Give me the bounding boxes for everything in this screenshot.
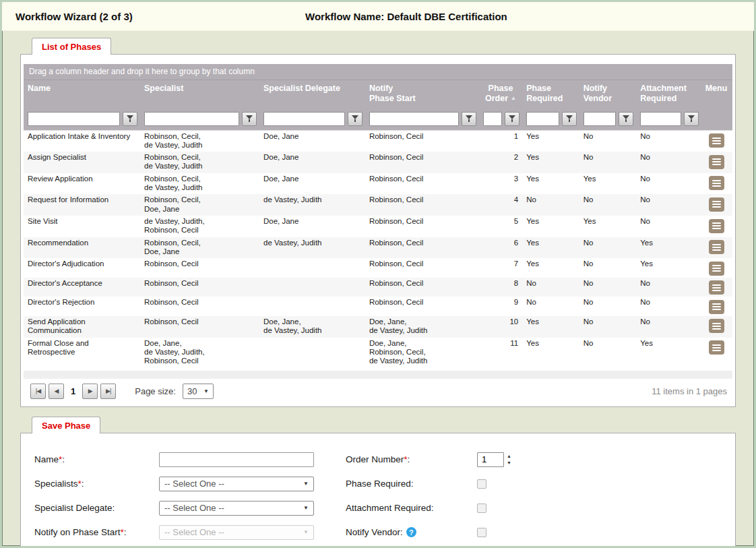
cell-specialist: Robinson, Cecil <box>140 316 259 338</box>
pager-last-button[interactable]: ▶| <box>100 384 116 399</box>
row-menu-button[interactable] <box>709 240 724 254</box>
cell-phase-required: Yes <box>522 130 579 152</box>
cell-attachment-required: No <box>636 216 701 237</box>
name-input[interactable] <box>159 452 314 467</box>
cell-specialist: Robinson, Cecil, Doe, Jane <box>140 194 259 216</box>
filter-input-specialist-delegate[interactable] <box>263 112 345 126</box>
cell-phase-order: 6 <box>479 237 522 259</box>
cell-phase-required: No <box>522 278 579 297</box>
cell-notify-vendor: Yes <box>579 216 636 237</box>
current-page-number[interactable]: 1 <box>71 386 75 396</box>
sort-ascending-icon: ▲ <box>511 95 516 101</box>
horizontal-scrollbar[interactable] <box>24 371 732 379</box>
order-number-input[interactable] <box>477 452 504 467</box>
list-of-phases-panel: Drag a column header and drop it here to… <box>20 54 736 407</box>
column-header-specialist[interactable]: Specialist <box>140 80 259 108</box>
cell-notify-phase-start: Robinson, Cecil <box>365 278 479 297</box>
table-row: Director's AdjudicationRobinson, CecilRo… <box>24 258 732 278</box>
row-menu-button[interactable] <box>709 197 724 212</box>
row-menu-button[interactable] <box>709 219 724 233</box>
cell-specialist: Robinson, Cecil <box>140 258 259 278</box>
column-header-name[interactable]: Name <box>24 80 140 108</box>
column-header-phase-required[interactable]: Phase Required <box>522 80 579 108</box>
column-header-phase-order[interactable]: Phase Order▲ <box>479 80 522 108</box>
notify-vendor-checkbox[interactable] <box>477 528 486 537</box>
tab-save-phase[interactable]: Save Phase <box>32 417 100 433</box>
column-header-attachment-required[interactable]: Attachment Required <box>636 80 701 108</box>
cell-attachment-required: Yes <box>636 338 701 368</box>
specialist-delegate-select[interactable]: -- Select One -- ▼ <box>159 501 314 516</box>
cell-notify-vendor: No <box>579 338 636 368</box>
pager-next-button[interactable]: ▶ <box>82 384 98 399</box>
filter-input-attachment-required[interactable] <box>640 112 681 126</box>
table-header-row: Name Specialist Specialist Delegate Noti… <box>24 80 732 108</box>
filter-icon <box>127 115 133 122</box>
cell-specialist-delegate: Doe, Jane <box>259 173 365 195</box>
filter-input-notify-phase-start[interactable] <box>369 112 459 126</box>
table-row: Director's RejectionRobinson, CecilRobin… <box>24 297 732 316</box>
cell-specialist: de Vastey, Judith, Robinson, Cecil <box>140 216 259 237</box>
cell-specialist-delegate: Doe, Jane <box>259 152 365 173</box>
cell-name: Application Intake & Inventory <box>24 130 140 152</box>
cell-attachment-required: No <box>636 152 701 173</box>
form-right-column: Order Number*: ▲ ▼ Phase Required: <box>346 452 656 548</box>
filter-input-name[interactable] <box>28 112 120 126</box>
table-row: Review ApplicationRobinson, Cecil, de Va… <box>24 173 732 195</box>
filter-input-phase-required[interactable] <box>526 112 559 126</box>
workflow-name-title: Workflow Name: Default DBE Certification <box>305 11 507 22</box>
filter-input-notify-vendor[interactable] <box>584 112 616 126</box>
filter-button-specialist[interactable] <box>242 112 257 126</box>
group-by-drop-zone[interactable]: Drag a column header and drop it here to… <box>24 64 732 80</box>
cell-phase-order: 10 <box>479 316 522 338</box>
page-content: List of Phases Drag a column header and … <box>2 31 754 548</box>
filter-button-notify-vendor[interactable] <box>619 112 633 126</box>
tab-list-of-phases[interactable]: List of Phases <box>32 38 111 55</box>
filter-input-specialist[interactable] <box>144 112 239 126</box>
row-menu-button[interactable] <box>709 176 724 190</box>
cell-name: Director's Acceptance <box>24 278 140 297</box>
row-menu-button[interactable] <box>709 133 724 148</box>
cell-name: Recommendation <box>24 237 140 259</box>
cell-menu <box>701 258 732 278</box>
pager-first-button[interactable]: |◀ <box>30 384 46 399</box>
row-menu-button[interactable] <box>709 262 724 276</box>
pager-prev-button[interactable]: ◀ <box>49 384 64 399</box>
cell-menu <box>701 237 732 259</box>
phase-required-checkbox[interactable] <box>477 479 486 489</box>
filter-input-phase-order[interactable] <box>483 112 502 126</box>
cell-menu <box>701 216 732 237</box>
column-header-notify-phase-start[interactable]: Notify Phase Start <box>365 80 479 108</box>
filter-button-name[interactable] <box>123 112 137 126</box>
cell-specialist: Robinson, Cecil, de Vastey, Judith <box>140 152 259 173</box>
page-size-select[interactable]: 30 ▼ <box>183 384 214 399</box>
spinner-up-icon[interactable]: ▲ <box>507 454 511 458</box>
filter-row <box>24 108 732 131</box>
filter-button-notify-phase-start[interactable] <box>462 112 476 126</box>
cell-phase-order: 9 <box>479 297 522 316</box>
row-menu-button[interactable] <box>709 300 724 314</box>
attachment-required-checkbox[interactable] <box>477 504 486 513</box>
specialists-select[interactable]: -- Select One -- ▼ <box>159 477 314 491</box>
row-menu-button[interactable] <box>709 155 724 169</box>
column-header-notify-vendor[interactable]: Notify Vendor <box>579 80 636 108</box>
row-menu-button[interactable] <box>709 280 724 295</box>
filter-button-phase-order[interactable] <box>505 112 519 126</box>
cell-notify-phase-start: Robinson, Cecil <box>365 297 479 316</box>
cell-attachment-required: No <box>636 173 701 195</box>
filter-button-attachment-required[interactable] <box>684 112 699 126</box>
help-icon[interactable]: ? <box>406 527 416 537</box>
row-menu-button[interactable] <box>709 319 724 333</box>
cell-specialist-delegate <box>259 338 365 368</box>
cell-notify-phase-start: Robinson, Cecil <box>365 152 479 173</box>
spinner-down-icon[interactable]: ▼ <box>507 461 511 464</box>
cell-notify-phase-start: Robinson, Cecil <box>365 173 479 195</box>
filter-button-phase-required[interactable] <box>562 112 577 126</box>
row-menu-button[interactable] <box>709 340 724 355</box>
cell-notify-vendor: No <box>579 130 636 152</box>
filter-button-specialist-delegate[interactable] <box>348 112 363 126</box>
column-header-specialist-delegate[interactable]: Specialist Delegate <box>259 80 365 108</box>
cell-menu <box>701 297 732 316</box>
table-row: Application Intake & InventoryRobinson, … <box>24 130 732 152</box>
cell-specialist: Robinson, Cecil <box>140 297 259 316</box>
cell-attachment-required: No <box>636 278 701 297</box>
